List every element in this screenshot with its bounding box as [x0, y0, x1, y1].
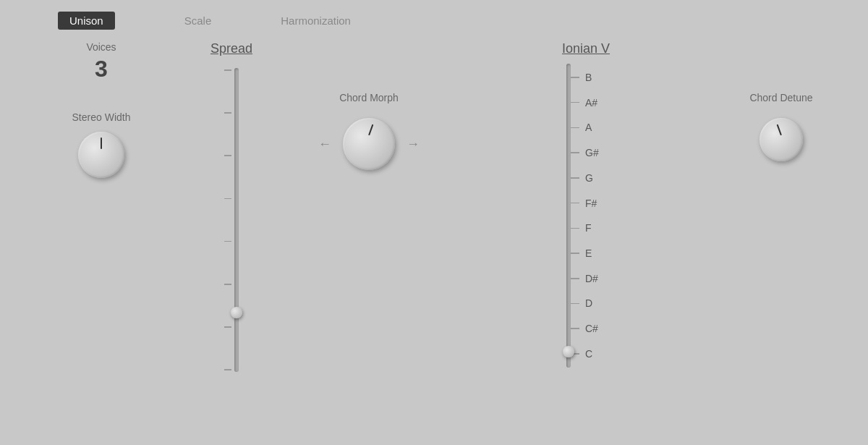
note-row: C: [571, 343, 605, 365]
note-name: A: [585, 122, 605, 133]
tick: [224, 155, 231, 156]
harm-slider-area: [566, 64, 571, 368]
harm-slider-thumb[interactable]: [563, 346, 574, 357]
chord-morph-knob-indicator: [368, 124, 373, 136]
note-row: C#: [571, 318, 605, 339]
harm-slider-track[interactable]: [566, 64, 571, 368]
note-dash: [571, 253, 579, 254]
chord-detune-label: Chord Detune: [749, 92, 812, 103]
chord-morph-section: Chord Morph ← →: [289, 48, 448, 170]
tab-scale[interactable]: Scale: [173, 12, 224, 30]
tick: [224, 284, 231, 285]
notes-list: BA#AG#GF#FED#DC#C: [571, 64, 605, 368]
note-dash: [571, 328, 579, 329]
arrow-left-icon: ←: [318, 137, 331, 152]
spread-section: Spread: [174, 34, 289, 372]
note-name: F#: [585, 198, 605, 209]
note-dash: [571, 127, 579, 129]
stereo-width-knob-container: [78, 132, 124, 178]
tick: [224, 69, 231, 71]
note-row: A: [571, 116, 605, 138]
note-row: E: [571, 242, 605, 264]
note-dash: [571, 203, 579, 204]
note-name: F: [585, 222, 605, 234]
chord-detune-section: Chord Detune: [723, 48, 839, 161]
chord-detune-knob-container: [760, 118, 803, 161]
note-name: D#: [585, 273, 605, 284]
chord-detune-knob-indicator: [777, 124, 782, 136]
note-name: D: [585, 297, 605, 309]
note-row: F#: [571, 192, 605, 214]
note-name: C#: [585, 323, 605, 334]
note-name: C: [585, 348, 605, 360]
chord-morph-knob[interactable]: [343, 118, 395, 170]
spread-label: Spread: [210, 41, 252, 56]
note-row: F: [571, 217, 605, 239]
tick: [224, 326, 231, 328]
tick: [224, 198, 231, 200]
note-row: G: [571, 167, 605, 189]
note-dash: [571, 228, 579, 229]
tab-unison[interactable]: Unison: [58, 12, 115, 30]
stereo-width-label: Stereo Width: [72, 111, 131, 123]
note-dash: [571, 303, 579, 305]
spread-slider-container: [224, 68, 239, 372]
spread-slider-track[interactable]: [234, 68, 239, 372]
note-dash: [571, 278, 579, 279]
note-dash: [571, 177, 579, 179]
spread-ticks: [224, 68, 231, 372]
tick: [224, 369, 231, 370]
arrow-right-icon: →: [407, 137, 420, 152]
stereo-width-knob[interactable]: [78, 132, 124, 178]
tabs-row: Unison Scale Harmonization: [14, 7, 854, 34]
main-container: Unison Scale Harmonization Voices 3 Ster…: [0, 0, 868, 445]
harm-content: BA#AG#GF#FED#DC#C: [566, 64, 605, 368]
chord-detune-knob[interactable]: [760, 118, 803, 161]
unison-section: Voices 3 Stereo Width: [29, 34, 174, 178]
stereo-width-knob-indicator: [101, 137, 102, 149]
note-name: G: [585, 172, 605, 184]
voices-label: Voices: [86, 41, 116, 53]
ionian-label: Ionian V: [562, 41, 610, 56]
content-area: Voices 3 Stereo Width Spread: [14, 34, 854, 438]
note-name: B: [585, 72, 605, 83]
note-row: A#: [571, 92, 605, 114]
note-dash: [571, 102, 579, 103]
note-row: D: [571, 292, 605, 314]
tab-harmonization[interactable]: Harmonization: [281, 12, 351, 30]
chord-morph-label: Chord Morph: [339, 92, 399, 103]
voices-value: 3: [95, 56, 108, 82]
note-name: A#: [585, 97, 605, 109]
note-row: G#: [571, 142, 605, 164]
note-name: E: [585, 247, 605, 259]
note-dash: [571, 152, 579, 153]
note-dash: [571, 77, 579, 78]
chord-morph-row: ← →: [318, 118, 420, 170]
spread-slider-thumb[interactable]: [231, 307, 242, 318]
note-row: B: [571, 67, 605, 88]
note-row: D#: [571, 268, 605, 289]
tick: [224, 112, 231, 114]
tick: [224, 241, 231, 242]
note-name: G#: [585, 147, 605, 158]
harmonization-section: Ionian V BA#AG#GF#FED#DC#C: [448, 34, 723, 368]
